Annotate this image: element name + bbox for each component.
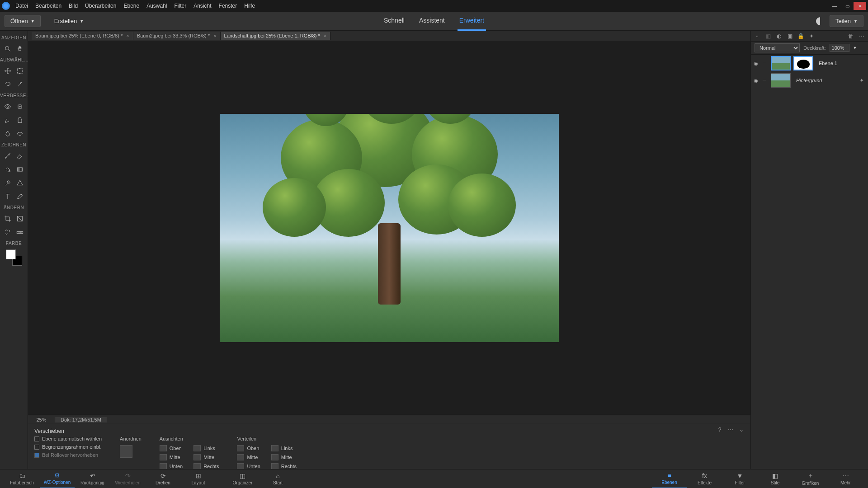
dist-center-button[interactable]: Mitte	[271, 454, 297, 460]
effects-tab-button[interactable]: fxEffekte	[687, 469, 722, 488]
dist-left-button[interactable]: Links	[271, 445, 297, 451]
crop-tool-icon[interactable]	[2, 213, 13, 224]
photo-bin-button[interactable]: 🗂Fotobereich	[5, 469, 40, 488]
eraser-tool-icon[interactable]	[14, 150, 25, 161]
dist-bottom-button[interactable]: Unten	[237, 463, 260, 469]
align-middle-button[interactable]: Mitte	[160, 454, 183, 460]
align-center-button[interactable]: Mitte	[193, 454, 219, 460]
spot-heal-tool-icon[interactable]	[14, 101, 25, 112]
content-aware-tool-icon[interactable]	[2, 227, 13, 238]
chevron-down-icon[interactable]: ▼	[853, 46, 857, 50]
marquee-tool-icon[interactable]	[14, 66, 25, 76]
canvas-viewport[interactable]	[28, 41, 750, 415]
paint-bucket-tool-icon[interactable]	[2, 164, 13, 175]
dist-middle-button[interactable]: Mitte	[237, 454, 260, 460]
fx-icon[interactable]: ✦	[808, 33, 815, 40]
help-icon[interactable]: ?	[716, 426, 723, 433]
hand-tool-icon[interactable]	[14, 43, 25, 54]
graphics-tab-button[interactable]: ＋Grafiken	[793, 469, 828, 488]
layers-tab-button[interactable]: ≡Ebenen	[652, 469, 687, 488]
menu-help[interactable]: Hilfe	[244, 3, 255, 9]
layer-mask-thumbnail[interactable]	[793, 56, 813, 70]
gradient-tool-icon[interactable]	[14, 164, 25, 175]
align-left-button[interactable]: Links	[193, 445, 219, 451]
straighten-tool-icon[interactable]	[14, 227, 25, 238]
doc-tab-0[interactable]: Baum.jpeg bei 25% (Ebene 0, RGB/8) *×	[32, 32, 133, 40]
tab-guided[interactable]: Assistent	[417, 11, 447, 31]
menu-image[interactable]: Bild	[69, 3, 78, 9]
menu-filter[interactable]: Filter	[175, 3, 187, 9]
rotate-button[interactable]: ⟳Drehen	[146, 469, 181, 488]
close-icon[interactable]: ×	[324, 33, 326, 38]
menu-layer[interactable]: Ebene	[123, 3, 139, 9]
eye-tool-icon[interactable]	[2, 101, 13, 112]
doc-tab-2[interactable]: Landschaft.jpg bei 25% (Ebene 1, RGB/8) …	[221, 32, 331, 40]
maximize-icon[interactable]: ▭	[841, 2, 854, 10]
align-bottom-button[interactable]: Unten	[160, 463, 183, 469]
menu-file[interactable]: Datei	[15, 3, 28, 9]
theme-toggle-icon[interactable]	[816, 17, 824, 25]
layer-fx-icon[interactable]: ✦	[858, 77, 865, 84]
lasso-tool-icon[interactable]	[2, 79, 13, 90]
layout-button[interactable]: ⊞Layout	[181, 469, 216, 488]
undo-button[interactable]: ↶Rückgängig	[75, 469, 110, 488]
align-right-button[interactable]: Rechts	[193, 463, 219, 469]
panel-menu-icon[interactable]: ⋯	[858, 33, 865, 40]
opacity-input[interactable]	[830, 44, 849, 52]
styles-tab-button[interactable]: ◧Stile	[758, 469, 793, 488]
link-icon[interactable]: 𝄖	[763, 78, 768, 83]
doc-tab-1[interactable]: Baum2.jpeg bei 33,3% (RGB/8) *×	[133, 32, 221, 40]
organizer-button[interactable]: ◫Organizer	[225, 469, 260, 488]
open-button[interactable]: Öffnen▼	[5, 15, 41, 27]
layer-name[interactable]: Hintergrund	[796, 78, 822, 83]
sponge-tool-icon[interactable]	[14, 128, 25, 139]
home-button[interactable]: ⌂Start	[260, 469, 296, 488]
link-icon[interactable]: 𝄖	[763, 61, 768, 66]
auto-select-checkbox[interactable]: Ebene automatisch wählen	[34, 436, 102, 441]
foreground-color-swatch[interactable]	[6, 249, 16, 259]
zoom-tool-icon[interactable]	[2, 43, 13, 54]
share-button[interactable]: Teilen▼	[830, 15, 863, 27]
lock-icon[interactable]: 🔒	[797, 33, 804, 40]
clone-stamp-tool-icon[interactable]	[14, 115, 25, 126]
menu-edit[interactable]: Bearbeiten	[35, 3, 61, 9]
shape-tool-icon[interactable]	[14, 178, 25, 188]
close-icon[interactable]: ✕	[854, 2, 866, 10]
layer-name[interactable]: Ebene 1	[819, 61, 837, 66]
arrange-icon[interactable]	[120, 445, 132, 458]
menu-icon[interactable]: ⋯	[727, 426, 734, 433]
close-icon[interactable]: ×	[126, 33, 129, 38]
eyedropper-tool-icon[interactable]	[2, 178, 13, 188]
zoom-level[interactable]: 25%	[28, 417, 55, 422]
menu-view[interactable]: Ansicht	[193, 3, 211, 9]
layer-row-0[interactable]: ◉ 𝄖 Ebene 1	[751, 55, 868, 72]
layer-thumbnail[interactable]	[771, 56, 791, 70]
create-button[interactable]: Erstellen▼	[49, 15, 90, 27]
bounding-box-checkbox[interactable]: Begrenzungsrahmen einbl.	[34, 444, 102, 450]
close-icon[interactable]: ×	[213, 33, 216, 38]
layer-row-1[interactable]: ◉ 𝄖 Hintergrund ✦	[751, 72, 868, 89]
menu-enhance[interactable]: Überarbeiten	[85, 3, 116, 9]
pencil-tool-icon[interactable]	[14, 191, 25, 202]
dist-right-button[interactable]: Rechts	[271, 463, 297, 469]
magic-wand-tool-icon[interactable]	[14, 79, 25, 90]
tab-expert[interactable]: Erweitert	[458, 11, 486, 31]
blur-tool-icon[interactable]	[2, 128, 13, 139]
more-tab-button[interactable]: ⋯Mehr	[828, 469, 863, 488]
menu-select[interactable]: Auswahl	[146, 3, 167, 9]
trash-icon[interactable]: 🗑	[847, 33, 854, 40]
dist-top-button[interactable]: Oben	[237, 445, 260, 451]
minimize-icon[interactable]: —	[828, 2, 841, 10]
visibility-icon[interactable]: ◉	[754, 78, 760, 84]
tab-quick[interactable]: Schnell	[382, 11, 406, 31]
redo-button[interactable]: ↷Wiederholen	[110, 469, 146, 488]
color-swatch[interactable]	[6, 249, 22, 266]
smart-brush-tool-icon[interactable]	[2, 115, 13, 126]
recompose-tool-icon[interactable]	[14, 213, 25, 224]
menu-window[interactable]: Fenster	[219, 3, 237, 9]
filter-tab-button[interactable]: ▼Filter	[722, 469, 758, 488]
layer-thumbnail[interactable]	[771, 73, 791, 88]
new-layer-icon[interactable]: ▫	[754, 33, 761, 40]
visibility-icon[interactable]: ◉	[754, 61, 760, 66]
collapse-icon[interactable]: ⌄	[738, 426, 745, 433]
